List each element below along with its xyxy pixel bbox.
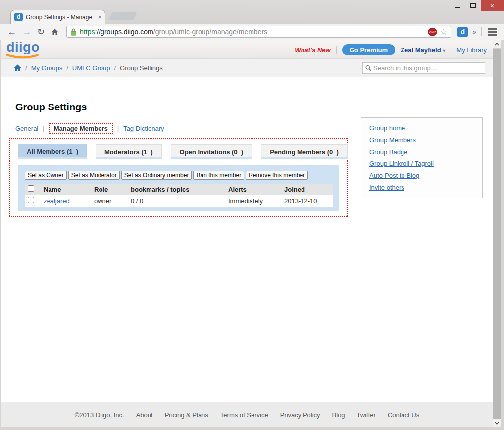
browser-toolbar: ← → ↻ https://groups.diigo.com/group/uml… bbox=[0, 24, 504, 40]
reload-icon[interactable]: ↻ bbox=[37, 27, 45, 36]
sidebar-group-linkroll-tagroll[interactable]: Group Linkroll / Tagroll bbox=[369, 160, 474, 167]
breadcrumb-group[interactable]: UMLC Group bbox=[72, 64, 110, 72]
settings-tabs: General | Manage Members | Tag Dictionar… bbox=[15, 123, 164, 134]
diigo-extension-icon[interactable]: d bbox=[457, 27, 468, 37]
tab-title: Group Settings - Manage bbox=[26, 14, 96, 21]
tab-separator: | bbox=[117, 125, 119, 132]
header-divider bbox=[336, 46, 337, 54]
new-tab-button[interactable] bbox=[108, 12, 137, 20]
header-nav: What's New Go Premium Zeal Mayfield ▾ My… bbox=[295, 40, 487, 59]
member-bookmarks-topics: 0 / 0 bbox=[128, 195, 225, 207]
maximize-button[interactable] bbox=[465, 0, 481, 10]
member-name-link[interactable]: zealjared bbox=[44, 197, 70, 205]
whats-new-link[interactable]: What's New bbox=[295, 46, 330, 54]
minimize-button[interactable] bbox=[450, 0, 465, 10]
tab-moderators[interactable]: Moderators (1 ) bbox=[96, 144, 162, 159]
adblock-icon[interactable]: ABP bbox=[428, 28, 437, 36]
copyright-text: ©2013 Diigo, Inc. bbox=[75, 411, 124, 419]
footer-contact-us[interactable]: Contact Us bbox=[388, 411, 419, 419]
sidebar-group-home[interactable]: Group home bbox=[369, 124, 474, 132]
tab-all-members[interactable]: All Members (1 ) bbox=[18, 144, 87, 159]
tab-close-icon[interactable]: × bbox=[98, 13, 101, 21]
set-as-moderator-button[interactable]: Set as Moderator bbox=[68, 171, 120, 180]
ban-this-member-button[interactable]: Ban this member bbox=[193, 171, 244, 180]
breadcrumb-separator: / bbox=[114, 64, 116, 72]
footer-pricing-plans[interactable]: Pricing & Plans bbox=[165, 411, 208, 419]
column-header-joined: Joined bbox=[281, 184, 333, 195]
diigo-logo-swoosh-icon bbox=[5, 54, 39, 59]
page-content: diigo What's New Go Premium Zeal Mayfiel… bbox=[1, 40, 493, 427]
tab-general[interactable]: General bbox=[15, 125, 38, 132]
breadcrumb-my-groups[interactable]: My Groups bbox=[31, 64, 63, 72]
site-header: diigo What's New Go Premium Zeal Mayfiel… bbox=[1, 40, 493, 59]
title-bar: d Group Settings - Manage × × bbox=[0, 0, 504, 24]
extensions-overflow-icon[interactable]: » bbox=[472, 28, 476, 36]
menu-icon[interactable] bbox=[488, 28, 497, 36]
forward-icon[interactable]: → bbox=[22, 27, 31, 36]
column-header-name: Name bbox=[41, 184, 91, 195]
select-all-checkbox[interactable] bbox=[28, 185, 34, 192]
home-icon[interactable] bbox=[14, 64, 21, 71]
tab-pending-members[interactable]: Pending Members (0 ) bbox=[261, 144, 348, 159]
member-actions: Set as OwnerSet as ModeratorSet as Ordin… bbox=[18, 165, 339, 180]
column-header-bookmarks: bookmarks / topics bbox=[128, 184, 225, 195]
browser-tab[interactable]: d Group Settings - Manage × bbox=[10, 10, 105, 24]
breadcrumb-separator: / bbox=[66, 64, 68, 72]
diigo-favicon-icon: d bbox=[14, 13, 23, 21]
footer-privacy-policy[interactable]: Privacy Policy bbox=[280, 411, 320, 419]
search-icon bbox=[365, 65, 371, 71]
maximize-icon bbox=[470, 3, 476, 8]
scroll-down-button[interactable] bbox=[493, 419, 501, 427]
annotation-highlight-box: All Members (1 ) Moderators (1 ) Open In… bbox=[9, 138, 348, 217]
search-input[interactable] bbox=[373, 64, 482, 72]
tab-tag-dictionary[interactable]: Tag Dictionary bbox=[123, 125, 164, 132]
footer-terms-of-service[interactable]: Terms of Service bbox=[220, 411, 268, 419]
sidebar-invite-others[interactable]: Invite others bbox=[369, 184, 474, 191]
table-header-row: Name Role bookmarks / topics Alerts Join… bbox=[25, 184, 333, 195]
tab-manage-members[interactable]: Manage Members bbox=[49, 123, 113, 134]
chevron-up-icon bbox=[495, 43, 499, 46]
sidebar-group-members[interactable]: Group Members bbox=[369, 136, 474, 144]
members-table: Name Role bookmarks / topics Alerts Join… bbox=[25, 184, 333, 207]
member-tabs: All Members (1 ) Moderators (1 ) Open In… bbox=[18, 144, 348, 159]
sidebar-group-badge[interactable]: Group Badge bbox=[369, 148, 474, 156]
tab-separator: | bbox=[43, 125, 44, 132]
remove-this-member-button[interactable]: Remove this member bbox=[246, 171, 308, 180]
column-header-role: Role bbox=[91, 184, 128, 195]
sidebar-auto-post-to-blog[interactable]: Auto-Post to Blog bbox=[369, 172, 474, 179]
header-divider bbox=[451, 46, 451, 54]
user-menu[interactable]: Zeal Mayfield ▾ bbox=[401, 46, 445, 54]
bookmark-star-icon[interactable]: ☆ bbox=[440, 28, 447, 36]
set-as-owner-button[interactable]: Set as Owner bbox=[25, 171, 67, 180]
my-library-link[interactable]: My Library bbox=[456, 46, 487, 54]
vertical-scrollbar[interactable] bbox=[493, 40, 501, 427]
members-panel: Set as OwnerSet as ModeratorSet as Ordin… bbox=[18, 165, 339, 211]
browser-home-icon[interactable] bbox=[51, 28, 59, 36]
member-alerts: Immediately bbox=[225, 195, 281, 207]
footer-blog[interactable]: Blog bbox=[332, 411, 345, 419]
tab-open-invitations[interactable]: Open Invitations (0 ) bbox=[171, 144, 252, 159]
minimize-icon bbox=[455, 7, 460, 8]
row-checkbox[interactable] bbox=[28, 197, 34, 203]
go-premium-button[interactable]: Go Premium bbox=[342, 44, 395, 55]
chevron-down-icon: ▾ bbox=[443, 48, 445, 53]
lock-icon bbox=[70, 28, 77, 36]
browser-window: d Group Settings - Manage × × ← → ↻ http… bbox=[0, 0, 504, 430]
breadcrumb: / My Groups / UMLC Group / Group Setting… bbox=[1, 59, 493, 77]
title-divider bbox=[11, 119, 346, 119]
group-sidebar: Group home Group Members Group Badge Gro… bbox=[361, 117, 483, 198]
page-footer: ©2013 Diigo, Inc. About Pricing & Plans … bbox=[1, 402, 493, 427]
group-search bbox=[362, 62, 485, 74]
close-button[interactable]: × bbox=[481, 0, 504, 11]
footer-twitter[interactable]: Twitter bbox=[357, 411, 376, 419]
table-row: zealjared owner 0 / 0 Immediately 2013-1… bbox=[25, 195, 333, 207]
url-text: https://groups.diigo.com/group/umlc-grou… bbox=[80, 28, 428, 36]
scroll-up-button[interactable] bbox=[493, 40, 501, 49]
url-bar[interactable]: https://groups.diigo.com/group/umlc-grou… bbox=[66, 26, 451, 38]
diigo-logo[interactable]: diigo bbox=[6, 40, 40, 55]
set-as-ordinary-member-button[interactable]: Set as Ordinary member bbox=[121, 171, 192, 180]
member-role: owner bbox=[91, 195, 128, 207]
footer-about[interactable]: About bbox=[136, 411, 153, 419]
back-icon[interactable]: ← bbox=[7, 27, 16, 36]
chevron-down-icon bbox=[495, 422, 499, 425]
